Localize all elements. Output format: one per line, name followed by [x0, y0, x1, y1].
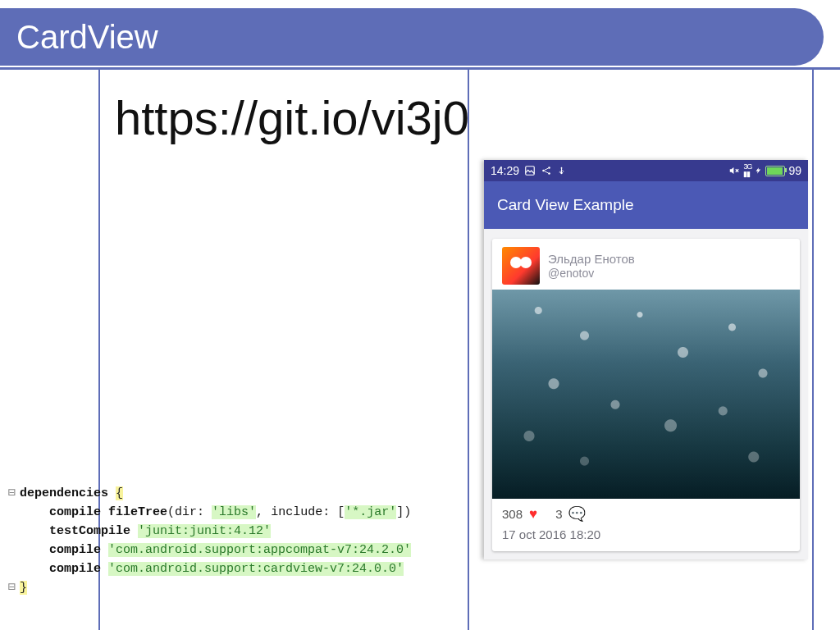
charging-icon [755, 165, 762, 176]
card-view[interactable]: Эльдар Енотов @enotov 308 ♥ 3 💬 17 oct 2… [492, 239, 800, 551]
android-appbar: Card View Example [484, 181, 808, 229]
mute-icon [728, 165, 740, 176]
share-icon [541, 165, 552, 176]
battery-icon [765, 166, 785, 176]
card-photo[interactable] [492, 290, 800, 499]
slide-title: CardView [16, 19, 158, 56]
likes-count: 308 [502, 507, 523, 521]
code-line: ⊟dependencies { [0, 484, 459, 503]
battery-percent: 99 [788, 164, 801, 177]
appbar-title: Card View Example [497, 196, 634, 214]
image-icon [524, 165, 536, 176]
slide-title-underline [0, 67, 840, 70]
gradle-dependencies-code: ⊟dependencies { compile fileTree(dir: 'l… [0, 484, 459, 597]
android-statusbar: 14:29 3G▮▮ 99 [484, 160, 808, 181]
code-line: testCompile 'junit:junit:4.12' [0, 522, 459, 541]
slide-title-region: CardView [0, 0, 840, 90]
code-line: compile fileTree(dir: 'libs', include: [… [0, 503, 459, 522]
code-line: ⊟} [0, 578, 459, 597]
card-user-name: Эльдар Енотов [548, 252, 635, 267]
card-header: Эльдар Енотов @enotov [492, 239, 800, 290]
code-line: compile 'com.android.support:appcompat-v… [0, 541, 459, 559]
slide-title-pill: CardView [0, 8, 824, 66]
decor-stem-right [812, 70, 814, 630]
slide-url: https://git.io/vi3j0 [115, 90, 469, 145]
comment-icon[interactable]: 💬 [568, 505, 586, 523]
avatar[interactable] [502, 247, 540, 285]
code-line: compile 'com.android.support:cardview-v7… [0, 559, 459, 578]
card-footer: 308 ♥ 3 💬 [492, 499, 800, 526]
status-time: 14:29 [491, 164, 519, 177]
heart-icon[interactable]: ♥ [529, 506, 537, 523]
phone-mockup: 14:29 3G▮▮ 99 Card View Example [484, 160, 808, 559]
comments-count: 3 [555, 507, 562, 521]
usb-icon [557, 165, 566, 176]
signal-icon: 3G▮▮ [743, 163, 751, 178]
card-user-handle: @enotov [548, 267, 635, 280]
decor-stem-mid [468, 70, 469, 630]
card-date: 17 oct 2016 18:20 [492, 526, 800, 551]
